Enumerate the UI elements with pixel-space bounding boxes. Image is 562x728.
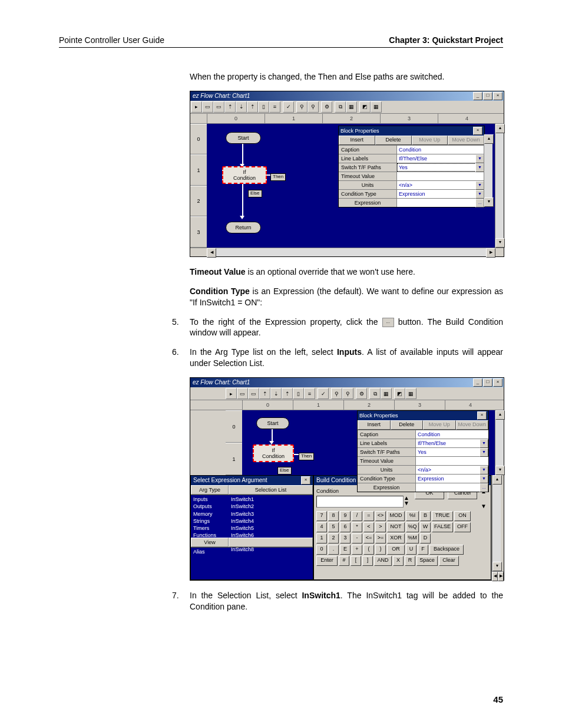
ellipsis-button[interactable]: …: [480, 483, 488, 492]
insert-button[interactable]: Insert: [339, 136, 375, 145]
key-button[interactable]: 6: [340, 522, 351, 532]
tool-grid-icon[interactable]: ▦: [346, 101, 357, 113]
key-button[interactable]: Space: [416, 556, 438, 566]
dropdown-icon[interactable]: ▼: [480, 475, 488, 483]
scroll-down-icon[interactable]: ▼: [404, 501, 411, 506]
key-button[interactable]: >: [375, 522, 386, 532]
prop-value[interactable]: …: [416, 483, 488, 492]
tool-list-icon[interactable]: ≡: [269, 101, 280, 113]
key-button[interactable]: >=: [375, 533, 386, 543]
tool-list-icon[interactable]: ≡: [304, 388, 315, 399]
key-button[interactable]: W: [420, 522, 431, 532]
moveup-button[interactable]: Move Up: [423, 420, 456, 430]
prop-value[interactable]: If/Then/Else▼: [416, 439, 488, 447]
prop-value[interactable]: Yes▼: [397, 163, 484, 172]
argtype-item[interactable]: Inputs: [193, 496, 226, 503]
tool-zoomin-icon[interactable]: ⚲: [331, 388, 342, 399]
tool-pointer-icon[interactable]: ▸: [226, 388, 237, 399]
panel-close-icon[interactable]: ×: [473, 127, 482, 135]
key-button[interactable]: R: [405, 556, 415, 566]
key-button[interactable]: MOD: [387, 511, 405, 521]
key-button[interactable]: F: [418, 545, 428, 555]
col-selection-list[interactable]: Selection List: [229, 485, 313, 495]
tool-cfg-icon[interactable]: ▦: [405, 388, 416, 399]
minimize-button[interactable]: _: [473, 92, 482, 100]
prop-value[interactable]: Condition: [397, 146, 484, 154]
node-return[interactable]: Return: [226, 222, 261, 233]
key-button[interactable]: E: [340, 545, 351, 555]
node-condition[interactable]: If Condition: [222, 166, 267, 184]
selection-item[interactable]: InSwitch3: [231, 510, 310, 518]
canvas-hscroll[interactable]: ◀ ▶: [190, 248, 504, 256]
dropdown-icon[interactable]: ▼: [480, 448, 488, 457]
minimize-button[interactable]: _: [473, 378, 482, 387]
tool-pointer-icon[interactable]: ▸: [191, 101, 202, 113]
key-button[interactable]: <>: [375, 511, 386, 521]
key-button[interactable]: Backspace: [429, 545, 464, 555]
close-button[interactable]: ×: [493, 92, 503, 100]
key-button[interactable]: ): [375, 545, 386, 555]
key-button[interactable]: 1: [316, 533, 327, 543]
selection-list[interactable]: InSwitch1InSwitch2InSwitch3InSwitch4InSw…: [229, 495, 313, 538]
dropdown-icon[interactable]: ▼: [475, 190, 484, 199]
canvas-vscroll[interactable]: ▲ ▼: [495, 124, 504, 248]
key-button[interactable]: 8: [328, 511, 339, 521]
tool-zoomin-icon[interactable]: ⚲: [296, 101, 308, 113]
prop-value[interactable]: If/Then/Else▼: [397, 154, 484, 163]
key-button[interactable]: ON: [454, 511, 471, 521]
view-header[interactable]: View: [191, 538, 229, 547]
selection-item[interactable]: InSwitch5: [231, 525, 310, 532]
scroll-up-icon[interactable]: ▲: [495, 410, 505, 420]
tool-pageup-icon[interactable]: ⇡: [259, 388, 270, 399]
prop-value[interactable]: Yes▼: [416, 448, 488, 456]
key-button[interactable]: Enter: [316, 556, 338, 566]
prop-value[interactable]: [416, 457, 488, 465]
prop-value[interactable]: <n/a>▼: [416, 466, 488, 474]
key-button[interactable]: =: [363, 511, 374, 521]
key-button[interactable]: 7: [316, 511, 327, 521]
key-button[interactable]: 3: [340, 533, 351, 543]
argtype-item[interactable]: Memory: [193, 510, 226, 518]
tool-options-icon[interactable]: ⚙: [321, 101, 332, 113]
moveup-button[interactable]: Move Up: [412, 136, 448, 145]
delete-button[interactable]: Delete: [391, 420, 424, 430]
key-button[interactable]: AND: [374, 556, 392, 566]
key-button[interactable]: TRUE: [432, 511, 453, 521]
prop-value[interactable]: Expression▼: [397, 190, 484, 198]
key-button[interactable]: ]: [362, 556, 373, 566]
key-button[interactable]: %M: [406, 533, 419, 543]
key-button[interactable]: D: [420, 533, 431, 543]
dropdown-icon[interactable]: ▼: [475, 163, 484, 172]
flowchart-canvas[interactable]: Start If Condition Then Else Return Bloc…: [207, 124, 495, 248]
scroll-down-icon[interactable]: ▼: [495, 466, 505, 475]
node-start[interactable]: Start: [256, 417, 289, 429]
tool-up-icon[interactable]: ⇡: [282, 388, 293, 399]
key-button[interactable]: .: [328, 545, 339, 555]
prop-value[interactable]: Expression▼: [416, 475, 488, 483]
key-button[interactable]: X: [393, 556, 404, 566]
tool-check-icon[interactable]: ✓: [318, 388, 329, 399]
prop-value[interactable]: [397, 172, 484, 180]
argtype-list[interactable]: InputsOutputsMemoryStringsTimersFunction…: [191, 495, 229, 538]
tool-copy-icon[interactable]: ⧉: [335, 101, 346, 113]
tool-sheet-icon[interactable]: ▯: [293, 388, 304, 399]
key-button[interactable]: 0: [316, 545, 327, 555]
key-button[interactable]: NOT: [387, 522, 405, 532]
key-button[interactable]: (: [363, 545, 374, 555]
movedown-button[interactable]: Move Down: [448, 136, 484, 145]
dropdown-icon[interactable]: ▼: [475, 181, 484, 190]
scroll-left-icon[interactable]: ◀: [207, 248, 216, 258]
scroll-right-icon[interactable]: ▶: [498, 572, 504, 581]
key-button[interactable]: +: [352, 545, 362, 555]
tool-down-icon[interactable]: ⇣: [270, 388, 282, 399]
dropdown-icon[interactable]: ▼: [480, 466, 488, 475]
key-button[interactable]: B: [420, 511, 431, 521]
tool-select-icon[interactable]: ▭: [202, 101, 213, 113]
key-button[interactable]: <=: [363, 533, 374, 543]
argtype-item[interactable]: Strings: [193, 518, 226, 525]
tool-box-icon[interactable]: ▭: [248, 388, 259, 399]
dropdown-icon[interactable]: ▼: [480, 439, 488, 448]
key-button[interactable]: OFF: [454, 522, 471, 532]
key-button[interactable]: 2: [328, 533, 339, 543]
key-button[interactable]: OR: [387, 545, 405, 555]
